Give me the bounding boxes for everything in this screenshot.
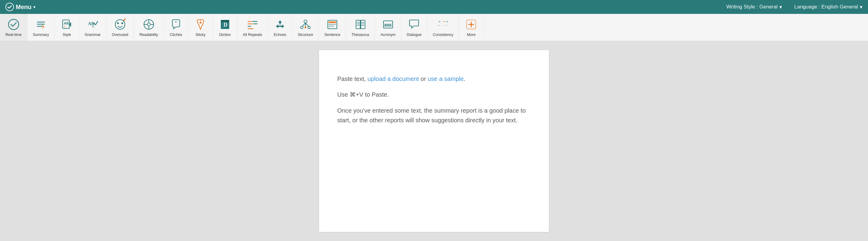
tool-allrepeats[interactable]: All Repeats [238, 14, 268, 41]
echoes-icon [273, 18, 287, 31]
svg-line-34 [306, 23, 309, 26]
doc-line3: Once you've entered some text, the summa… [337, 106, 531, 125]
grammar-icon: AB C [86, 18, 99, 31]
svg-point-0 [6, 3, 13, 11]
tool-consistency-label: Consistency [433, 33, 453, 37]
tool-sticky[interactable]: Sticky [188, 14, 213, 41]
svg-rect-38 [329, 24, 336, 25]
svg-point-30 [301, 26, 303, 29]
tool-dialogue-label: Dialogue [407, 33, 422, 37]
more-icon [465, 18, 478, 31]
svg-rect-37 [329, 22, 336, 23]
tool-diction[interactable]: D Diction [213, 14, 238, 41]
tool-allrepeats-label: All Repeats [243, 33, 262, 37]
menu-chevron: ▾ [33, 5, 35, 9]
doc-line1-prefix: Paste text, [337, 75, 368, 82]
svg-text:": " [443, 20, 445, 25]
thesaurus-icon [354, 18, 367, 31]
tool-consistency[interactable]: " " " " " " Consistency [427, 14, 459, 41]
tool-readability-label: Readability [140, 33, 158, 37]
tool-thesaurus[interactable]: Thesaurus [346, 14, 375, 41]
topbar-right: Writing Style : General ▾ Language : Eng… [726, 4, 863, 10]
tool-summary-label: Summary [33, 33, 49, 37]
allrepeats-icon [246, 18, 259, 31]
tool-realtime[interactable]: Real-time [0, 14, 28, 41]
svg-text:C: C [64, 25, 66, 28]
summary-icon [34, 18, 48, 31]
svg-text:": " [438, 25, 440, 28]
svg-point-31 [308, 26, 310, 29]
sticky-icon [194, 18, 207, 31]
style-icon: AB C [60, 18, 73, 31]
tool-thesaurus-label: Thesaurus [351, 33, 369, 37]
menu-icon [5, 3, 14, 11]
svg-point-32 [305, 27, 306, 28]
tool-cliches[interactable]: " Clichés [164, 14, 188, 41]
writing-style-chevron: ▾ [779, 4, 782, 10]
tool-style-label: Style [63, 33, 71, 37]
language-selector[interactable]: Language : English General ▾ [794, 4, 863, 10]
consistency-icon: " " " " " " [436, 18, 450, 31]
svg-text:": " [438, 20, 440, 25]
tool-echoes[interactable]: Echoes [268, 14, 292, 41]
menu-button[interactable]: Menu ▾ [5, 3, 35, 11]
tool-acronym[interactable]: BRB Acronym [375, 14, 401, 41]
svg-point-11 [117, 22, 119, 24]
diction-icon: D [218, 18, 232, 31]
svg-point-18 [199, 22, 202, 24]
tool-style[interactable]: AB C Style [55, 14, 79, 41]
tool-acronym-label: Acronym [380, 33, 395, 37]
svg-text:C: C [92, 25, 95, 28]
sentence-icon [326, 18, 339, 31]
svg-text:": " [446, 25, 447, 28]
realtime-icon [7, 18, 20, 31]
tool-sentence-label: Sentence [324, 33, 340, 37]
tool-grammar[interactable]: AB C Grammar [79, 14, 106, 41]
readability-icon [142, 18, 155, 31]
tool-overused-label: Overused [112, 33, 128, 37]
toolbar: Real-time Summary AB C Style [0, 14, 868, 41]
language-label: Language : English General [794, 4, 858, 10]
tool-dialogue[interactable]: Dialogue [401, 14, 427, 41]
dialogue-icon [407, 18, 421, 31]
svg-point-16 [147, 23, 150, 26]
tool-sentence[interactable]: Sentence [319, 14, 346, 41]
tool-more-label: More [467, 33, 475, 37]
svg-text:": " [446, 20, 448, 25]
tool-echoes-label: Echoes [274, 33, 286, 37]
tool-structure[interactable]: Structure [292, 14, 319, 41]
doc-line1-suffix: . [464, 75, 465, 82]
doc-line2: Use ⌘+V to Paste. [337, 90, 531, 99]
svg-text:D: D [223, 22, 227, 28]
tool-more[interactable]: More [459, 14, 484, 41]
svg-line-33 [303, 23, 306, 26]
acronym-icon: BRB [381, 18, 395, 31]
tool-readability[interactable]: Readability [134, 14, 164, 41]
svg-point-1 [8, 19, 19, 30]
tool-grammar-label: Grammar [85, 33, 101, 37]
language-chevron: ▾ [860, 4, 863, 10]
doc-line1-mid: or [419, 75, 428, 82]
writing-style-selector[interactable]: Writing Style : General ▾ [726, 4, 782, 10]
overused-icon [114, 18, 127, 31]
use-sample-link[interactable]: use a sample [428, 75, 464, 82]
svg-text:AB: AB [64, 22, 69, 25]
svg-rect-22 [221, 20, 229, 22]
tool-summary[interactable]: Summary [28, 14, 55, 41]
document[interactable]: Paste text, upload a document or use a s… [319, 50, 549, 232]
tool-overused[interactable]: Overused [106, 14, 134, 41]
svg-point-29 [304, 20, 307, 23]
tool-cliches-label: Clichés [170, 33, 182, 37]
menu-label: Menu [16, 4, 31, 10]
cliches-icon: " [169, 18, 183, 31]
svg-text:": " [443, 25, 444, 28]
tool-realtime-label: Real-time [5, 33, 22, 37]
tool-structure-label: Structure [298, 33, 313, 37]
upload-document-link[interactable]: upload a document [368, 75, 419, 82]
editor-area: Paste text, upload a document or use a s… [0, 41, 868, 241]
svg-text:": " [175, 21, 177, 25]
topbar: Menu ▾ Writing Style : General ▾ Languag… [0, 0, 868, 14]
tool-diction-label: Diction [219, 33, 231, 37]
svg-point-12 [121, 22, 123, 24]
structure-icon [299, 18, 312, 31]
